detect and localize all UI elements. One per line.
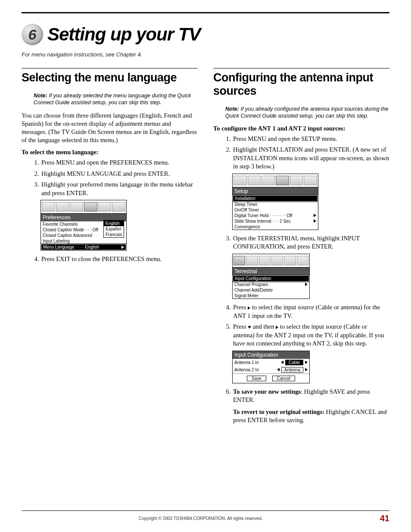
- step-1: Press MENU and open the PREFERENCES menu…: [40, 159, 198, 167]
- osd-icon-row: [41, 200, 126, 214]
- popup-option: English: [104, 221, 124, 226]
- osd-tab-icon: [262, 176, 275, 185]
- steps-left: Press MENU and open the PREFERENCES menu…: [40, 159, 198, 197]
- step-2: Highlight INSTALLATION and press ENTER. …: [232, 146, 389, 171]
- osd-tab-icon: [98, 202, 112, 212]
- osd-row: Input Labeling: [41, 238, 126, 244]
- osd-row: Sleep Timer: [233, 202, 318, 207]
- nav-instructions: For menu navigation instructions, see Ch…: [22, 51, 389, 58]
- osd-tab-icon: [112, 202, 125, 212]
- osd-row: Digital Tuner Hold · · · · · · · Off: [233, 213, 318, 218]
- osd-icon-row: [233, 174, 318, 187]
- osd-row: On/Off Timer: [233, 207, 318, 213]
- osd-row: Convergence: [233, 224, 318, 230]
- chapter-number-badge: 6: [22, 24, 43, 45]
- steps-right-3: Open the TERRESTRIAL menu, highlight INP…: [232, 234, 389, 251]
- osd-icon-row: [233, 254, 309, 268]
- chapter-header: 6 Setting up your TV: [22, 24, 389, 45]
- top-rule: [22, 12, 389, 13]
- osd-terrestrial: Terrestrial Input Configuration Channel …: [232, 254, 310, 299]
- osd-setup: Setup Installation Sleep Timer On/Off Ti…: [232, 174, 318, 230]
- osd-tab-icon: [42, 202, 55, 212]
- osd-input-configuration: Input Configuration Antenna 1 In Cable A…: [232, 351, 310, 383]
- arrow-left-icon: [277, 368, 280, 371]
- osd-tab-icon: [276, 176, 289, 185]
- step-6: To save your new settings: Highlight SAV…: [232, 388, 389, 425]
- osd-tab-icon: [304, 176, 317, 185]
- steps-right: Press MENU and open the SETUP menu. High…: [232, 135, 389, 171]
- intro-paragraph: You can choose from three different lang…: [22, 112, 198, 145]
- arrow-right-icon: [305, 283, 308, 286]
- step-2: Highlight MENU LANGUAGE and press ENTER.: [40, 170, 198, 178]
- steps-left-cont: Press EXIT to close the PREFERENCES menu…: [40, 255, 198, 264]
- note-label: Note:: [34, 93, 47, 99]
- osd-row: Channel Add/Delete: [233, 287, 309, 293]
- arrow-right-icon: [305, 368, 308, 371]
- note-right: Note: If you already configured the ante…: [225, 106, 389, 120]
- steps-right-45: Press to select the input source (Cable …: [232, 303, 389, 348]
- osd-tab-icon: [259, 256, 271, 265]
- step-4: Press to select the input source (Cable …: [232, 303, 389, 320]
- osd-title: Setup: [233, 187, 318, 195]
- osd-row-selected: Installation: [233, 195, 318, 202]
- osd-row: Antenna 1 In Cable: [233, 359, 309, 366]
- osd-row-selected: Input Configuration: [233, 275, 309, 282]
- arrow-left-icon: [281, 361, 283, 364]
- step-6b-bold: To revert to your original settings:: [233, 408, 324, 415]
- osd-save-button: Save: [247, 376, 266, 381]
- osd-row-selected: Menu Language · · · · English: [41, 244, 126, 250]
- right-column: Configuring the antenna input sources No…: [213, 68, 389, 427]
- osd-tab-icon: [234, 256, 245, 265]
- note-text: If you already selected the menu languag…: [34, 93, 191, 106]
- step-3: Highlight your preferred menu language i…: [40, 180, 198, 197]
- page-footer: Copyright © 2003 TOSHIBA CORPORATION. Al…: [22, 510, 389, 523]
- osd-tab-icon: [84, 202, 97, 212]
- note-left: Note: If you already selected the menu l…: [34, 92, 198, 106]
- section-heading-right: Configuring the antenna input sources: [213, 71, 389, 98]
- arrow-right-icon: [121, 246, 124, 249]
- osd-language-popup: English Español Francais: [103, 220, 124, 238]
- steps-right-6: To save your new settings: Highlight SAV…: [232, 388, 389, 425]
- step-1: Press MENU and open the SETUP menu.: [232, 135, 389, 143]
- step-4: Press EXIT to close the PREFERENCES menu…: [40, 255, 198, 264]
- chapter-title: Setting up your TV: [47, 24, 200, 45]
- arrow-right-icon: [305, 361, 308, 364]
- subhead-right: To configure the ANT 1 and ANT 2 input s…: [213, 125, 389, 132]
- copyright: Copyright © 2003 TOSHIBA CORPORATION. Al…: [22, 516, 380, 521]
- osd-value: Antenna: [281, 367, 303, 373]
- osd-row: Signal Meter: [233, 293, 309, 299]
- arrow-right-icon: [314, 219, 316, 223]
- popup-option: Francais: [104, 232, 124, 237]
- osd-tab-icon: [234, 176, 247, 185]
- step-6a-bold: To save your new settings: [233, 388, 301, 395]
- osd-tab-icon: [56, 202, 69, 212]
- step-5: Press and then to select the input sourc…: [232, 323, 389, 348]
- arrow-right-icon: [314, 214, 316, 217]
- popup-option: Español: [104, 226, 124, 232]
- osd-tab-icon: [297, 256, 308, 265]
- left-column: Selecting the menu language Note: If you…: [22, 68, 198, 427]
- section-heading-left: Selecting the menu language: [22, 71, 198, 84]
- osd-title: Terrestrial: [233, 268, 309, 275]
- osd-tab-icon: [70, 202, 83, 212]
- osd-tab-icon: [290, 176, 303, 185]
- step-3: Open the TERRESTRIAL menu, highlight INP…: [232, 234, 389, 251]
- osd-tab-icon: [246, 256, 258, 265]
- osd-value-selected: Cable: [285, 360, 303, 365]
- osd-tab-icon: [248, 176, 261, 185]
- osd-tab-icon: [271, 256, 283, 265]
- osd-cancel-button: Cancel: [272, 376, 295, 381]
- note-text: If you already configured the antenna in…: [225, 106, 389, 119]
- osd-row: Slide Show Interval · · · 2 Sec: [233, 218, 318, 224]
- osd-row: Channel Program: [233, 282, 309, 287]
- osd-row: Antenna 2 In Antenna: [233, 366, 309, 373]
- page-number: 41: [380, 513, 389, 523]
- osd-preferences: Preferences Favorite Channels Closed Cap…: [40, 200, 127, 251]
- subhead-left: To select the menu language:: [22, 149, 198, 156]
- osd-title: Input Configuration: [233, 351, 309, 359]
- osd-tab-icon: [284, 256, 296, 265]
- note-label: Note:: [225, 106, 239, 112]
